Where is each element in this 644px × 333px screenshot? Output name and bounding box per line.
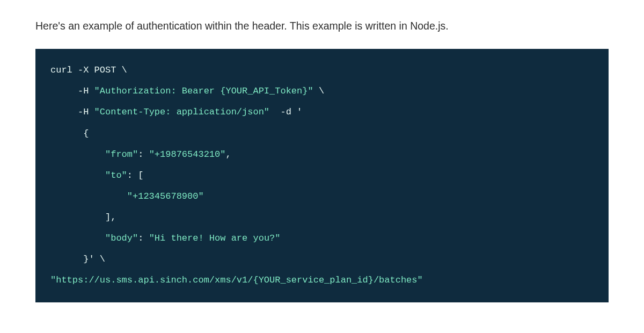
- code-line-2-header: "Authorization: Bearer {YOUR_API_Token}": [94, 86, 313, 96]
- code-line-8-close: ],: [105, 212, 116, 222]
- code-line-5-comma: ,: [225, 149, 231, 160]
- code-line-5-key: "from": [105, 149, 138, 160]
- code-line-2-flag: -H: [78, 86, 94, 96]
- code-line-5-val: "+19876543210": [149, 149, 226, 160]
- code-line-6-key: "to": [105, 170, 127, 180]
- code-line-3-mid: -d ': [269, 107, 302, 117]
- code-line-1: curl -X POST \: [50, 65, 127, 75]
- code-line-3-flag: -H: [78, 107, 94, 117]
- code-line-2-tail: \: [313, 86, 324, 96]
- code-line-9-key: "body": [105, 233, 138, 243]
- code-line-10-closebrace: }' \: [83, 254, 105, 264]
- code-line-5-colon: :: [138, 149, 149, 160]
- code-line-3-header: "Content-Type: application/json": [94, 107, 269, 117]
- page: Here's an example of authentication with…: [0, 0, 644, 333]
- code-line-11-url: "https://us.sms.api.sinch.com/xms/v1/{YO…: [50, 275, 423, 285]
- code-line-4-openbrace: {: [83, 128, 89, 139]
- code-block[interactable]: curl -X POST \ -H "Authorization: Bearer…: [35, 49, 609, 302]
- intro-paragraph: Here's an example of authentication with…: [35, 18, 609, 34]
- code-line-7-val: "+12345678900": [127, 191, 204, 201]
- code-line-9-val: "Hi there! How are you?": [149, 233, 281, 243]
- code-line-9-colon: :: [138, 233, 149, 243]
- code-line-6-colon: : [: [127, 170, 144, 180]
